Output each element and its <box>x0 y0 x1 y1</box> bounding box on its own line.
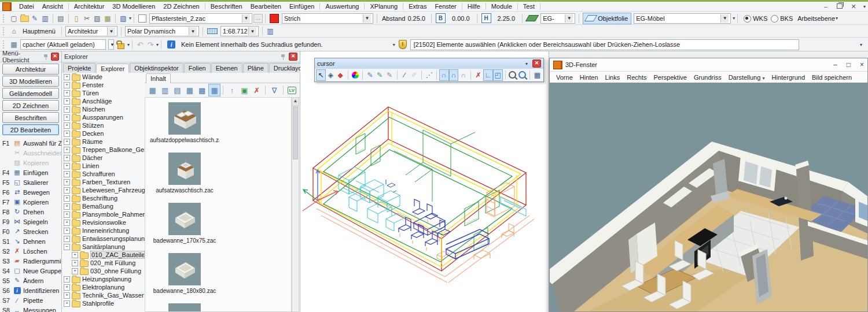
tree-item-räume[interactable]: +Räume <box>62 138 145 146</box>
3d-menu-vorne[interactable]: Vorne <box>553 73 576 81</box>
scroll-thumb[interactable] <box>293 106 298 159</box>
folder-up-icon[interactable]: ↑ <box>226 84 238 96</box>
command-modify[interactable]: S5✎Ändern <box>0 276 61 285</box>
tree-expander-icon[interactable]: + <box>64 203 70 210</box>
lock-open-icon[interactable] <box>117 43 124 49</box>
tree-expander-icon[interactable]: + <box>64 292 70 299</box>
menu-architektur[interactable]: Architektur <box>70 2 109 10</box>
tree-item-farben-texturen[interactable]: +Farben_Texturen <box>62 178 145 186</box>
command-identify[interactable]: S6iIdentifizieren <box>0 285 61 295</box>
tree-item-fenster[interactable]: +Fenster <box>62 81 145 89</box>
bottom-height-icon[interactable]: B <box>436 13 446 23</box>
prompt-overflow-icon[interactable]: ▾ <box>860 42 862 47</box>
catalog-item-aufsatzdoppelwaschtisch-zac[interactable]: aufsatzdoppelwaschtisch.zac <box>150 102 219 143</box>
command-mirror[interactable]: F9⋈Spiegeln <box>0 217 61 226</box>
view-thumbnail-icon[interactable]: ▦ <box>208 84 220 96</box>
tree-expander-icon[interactable]: + <box>64 90 70 96</box>
tree-expander-icon[interactable]: + <box>64 139 70 145</box>
line-style-select[interactable]: Strich ▼ <box>282 13 373 24</box>
plot-icon[interactable]: ▧ <box>118 13 128 24</box>
menu-auswertung[interactable]: Auswertung <box>321 2 363 10</box>
height-value[interactable]: 2.25.0 <box>498 15 516 22</box>
menu-module[interactable]: Module <box>487 2 516 10</box>
view-list-icon[interactable]: ▤ <box>171 84 183 96</box>
zoom-color-icon[interactable] <box>517 69 527 81</box>
tab-objektinspektor[interactable]: Objektinspektor <box>130 63 183 73</box>
tree-expander-icon[interactable]: + <box>64 155 70 161</box>
command-prompt[interactable]: [21502] Elemente auswählen (Anklicken od… <box>410 39 799 50</box>
tree-item-anschläge[interactable]: +Anschläge <box>62 97 145 105</box>
folie-dropdown-icon[interactable]: ▼ <box>720 14 729 23</box>
pipette-icon[interactable]: ∕ <box>399 69 409 81</box>
tree-item-technik-gas-wasser[interactable]: +Technik_Gas_Wasser <box>62 291 145 299</box>
restore-button[interactable] <box>835 3 844 10</box>
tree-expander-icon[interactable]: + <box>64 74 70 80</box>
cursor-toolbar-close-icon[interactable]: ✕ <box>532 60 541 68</box>
menu-xplanung[interactable]: XPlanung <box>366 2 402 10</box>
menu-test[interactable]: Test <box>519 2 539 10</box>
lv-refresh-icon[interactable]: LV <box>286 84 298 96</box>
line-style-dropdown-icon[interactable]: ▼ <box>363 14 371 23</box>
minimize-button[interactable]: – <box>821 3 830 10</box>
tree-expander-icon[interactable]: + <box>64 276 70 283</box>
command-paste[interactable]: F4▦Einfügen <box>0 168 61 177</box>
command-rotate[interactable]: F8↻Drehen <box>0 207 61 217</box>
tree-expander-icon[interactable]: + <box>64 147 70 153</box>
height-icon[interactable]: H <box>481 13 491 23</box>
filter-icon[interactable]: ∇ <box>268 84 280 96</box>
sidebar-button-2d-zeichnen[interactable]: 2D Zeichnen <box>2 100 59 111</box>
tree-expander-icon[interactable]: + <box>64 300 70 307</box>
tree-item-sanitärplanung[interactable]: −Sanitärplanung <box>62 243 145 251</box>
pattern-browse-button[interactable]: … <box>253 14 263 23</box>
tree-item-heizungsplanung[interactable]: +Heizungsplanung <box>62 275 145 283</box>
undo-overflow-icon[interactable]: ▾ <box>156 42 159 47</box>
toolbar-grip[interactable] <box>3 14 6 23</box>
view-medium-grid-icon[interactable]: ▥ <box>159 84 171 96</box>
view-detail-icon[interactable]: ▦ <box>183 84 196 96</box>
tree-item-türen[interactable]: +Türen <box>62 89 145 97</box>
wall-axis-lock-icon[interactable]: ∟ <box>483 69 493 81</box>
folie-overflow-icon[interactable]: ▾ <box>733 16 735 21</box>
tree-item-bemaßung[interactable]: +Bemaßung <box>62 202 145 210</box>
3d-maximize-button[interactable]: □ <box>847 61 851 69</box>
tree-expander-icon[interactable]: + <box>64 171 70 177</box>
color-wheel-icon[interactable] <box>350 69 360 81</box>
pencil-icon[interactable]: ✎ <box>365 69 375 81</box>
tree-expander-icon[interactable]: + <box>64 163 70 169</box>
tree-expander-icon[interactable]: − <box>64 244 70 250</box>
catalog-item-aufsatzwaschtisch-zac[interactable]: aufsatzwaschtisch.zac <box>150 153 219 194</box>
snap-dropdown-icon[interactable]: ▼ <box>189 27 197 35</box>
tree-expander-icon[interactable]: + <box>64 98 70 105</box>
zoom-icon[interactable] <box>507 69 517 81</box>
tab-inhalt[interactable]: Inhalt <box>146 73 171 83</box>
pin-icon[interactable] <box>43 54 49 60</box>
explorer-close-icon[interactable]: ✕ <box>289 53 297 61</box>
tree-item-schraffuren[interactable]: +Schraffuren <box>62 170 145 178</box>
mode-select[interactable]: Architektur ▼ <box>65 26 117 36</box>
tree-item-plansymbole-rahmen[interactable]: +Plansymbole_Rahmen <box>62 210 145 218</box>
bks-radio[interactable] <box>771 15 778 23</box>
view-tile-icon[interactable]: ▩ <box>196 84 208 96</box>
command-move[interactable]: F6⇄Bewegen <box>0 187 61 197</box>
command-delete[interactable]: S2✗Löschen <box>0 246 61 256</box>
menu-datei[interactable]: Datei <box>15 2 38 10</box>
tree-item-treppen-balkone-geländer[interactable]: +Treppen_Balkone_Geländer <box>62 146 145 154</box>
tree-expander-icon[interactable]: + <box>64 114 70 121</box>
open-folder-icon[interactable] <box>19 13 30 24</box>
sidebar-button-3d-modellieren[interactable]: 3D Modellieren <box>2 76 59 87</box>
project-select[interactable]: cpacher (Aktuell geladen) <box>20 39 106 50</box>
3d-menu-darstellung[interactable]: Darstellung ▾ <box>726 73 768 81</box>
tree-expander-icon[interactable]: + <box>64 236 70 242</box>
snap-mode-select[interactable]: Polar Dynamisch ▼ <box>125 26 199 36</box>
tree-expander-icon[interactable]: + <box>64 228 70 234</box>
toolbar-overflow-icon[interactable]: ▾ <box>863 4 866 9</box>
catalog-tree[interactable]: +Wände+Fenster+Türen+Anschläge+Nischen+A… <box>62 73 145 312</box>
lock-overflow-icon[interactable]: ▾ <box>127 42 130 47</box>
arbeitsebene-overflow-icon[interactable]: ▾ <box>836 16 838 21</box>
pattern-select[interactable]: Pflasterstein_2.zac ▼ <box>149 13 252 24</box>
3d-menu-grundriss[interactable]: Grundriss <box>691 73 724 81</box>
pencil-line-icon[interactable]: ✎ <box>375 69 385 81</box>
sidebar-close-icon[interactable]: ✕ <box>51 53 59 61</box>
tree-expander-icon[interactable]: + <box>64 220 70 226</box>
status-overflow-icon[interactable]: ▾ <box>393 42 395 47</box>
